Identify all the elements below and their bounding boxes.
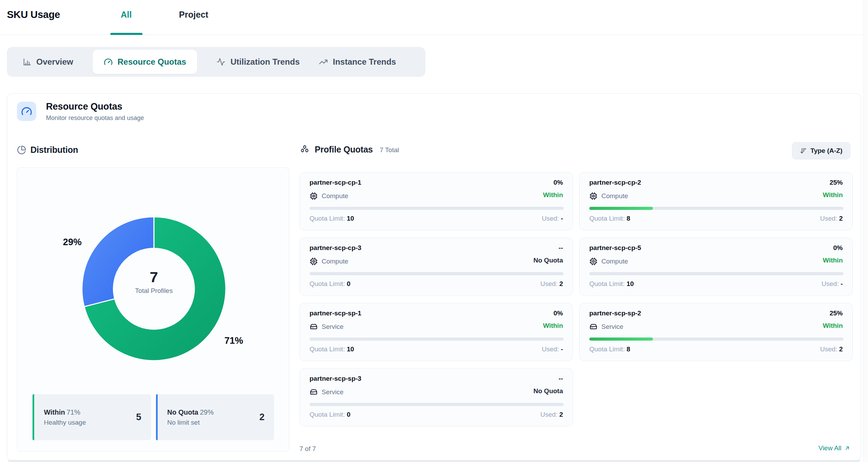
legend-no-quota: No Quota 29% No limit set 2: [156, 394, 275, 440]
quota-limit-label: Quota Limit:: [310, 280, 345, 287]
profile-quotas-total: 7 Total: [380, 146, 399, 154]
legend-count: 2: [259, 412, 265, 423]
profile-quota-card[interactable]: partner-scp-cp-2 25% Compute Within Quot…: [579, 172, 853, 230]
scrollbar[interactable]: [864, 0, 868, 462]
slice-label-within: 71%: [213, 335, 255, 346]
page-title: SKU Usage: [7, 9, 60, 20]
hard-drive-icon: [589, 323, 598, 331]
card-subtitle: Monitor resource quotas and usage: [46, 114, 144, 122]
usage-percent: 0%: [554, 309, 563, 317]
usage-progress-bar: [310, 338, 564, 341]
donut-slice-no-quota: [82, 217, 154, 307]
status-badge: Within: [543, 191, 563, 199]
quota-limit-label: Quota Limit:: [589, 280, 625, 287]
cpu-icon: [589, 257, 598, 266]
used-value: -: [841, 280, 843, 287]
profile-quota-card[interactable]: partner-scp-sp-2 25% Service Within Quot…: [579, 303, 853, 361]
used-label: Used:: [820, 215, 838, 222]
slice-label-no-quota: 29%: [52, 237, 93, 248]
resource-type-label: Service: [322, 388, 343, 396]
usage-percent: --: [558, 244, 563, 252]
tab-resource-quotas-label: Resource Quotas: [118, 57, 186, 67]
profile-quota-card[interactable]: partner-scp-sp-3 -- Service No Quota Quo…: [299, 368, 573, 426]
usage-progress-bar: [589, 338, 843, 341]
usage-percent: 0%: [554, 179, 563, 186]
legend-description: No limit set: [167, 419, 214, 426]
usage-percent: --: [558, 375, 563, 382]
quota-limit-value: 10: [347, 345, 354, 353]
resource-type-label: Service: [322, 323, 343, 331]
resource-quotas-card: Resource Quotas Monitor resource quotas …: [7, 93, 861, 461]
profile-quota-card[interactable]: partner-scp-cp-1 0% Compute Within Quota…: [299, 172, 573, 230]
bar-chart-icon: [22, 57, 31, 66]
profile-name: partner-scp-sp-1: [310, 309, 361, 317]
quota-limit-value: 10: [627, 280, 634, 287]
used-value: -: [561, 215, 563, 222]
view-switcher-bar: Overview Resource Quotas Utilization Tre…: [7, 47, 425, 77]
used-value: 2: [559, 280, 563, 287]
profile-name: partner-scp-cp-3: [310, 244, 361, 252]
legend-label: Within: [44, 408, 65, 416]
distribution-legend: Within 71% Healthy usage 5 No Quota 29% …: [33, 394, 274, 440]
distribution-title: Distribution: [30, 145, 78, 155]
status-badge: Within: [823, 257, 843, 264]
used-value: 2: [839, 215, 843, 222]
status-badge: No Quota: [534, 387, 563, 395]
card-title: Resource Quotas: [46, 101, 122, 112]
quota-limit-label: Quota Limit:: [310, 411, 345, 418]
tab-resource-quotas[interactable]: Resource Quotas: [93, 50, 197, 74]
quota-limit-label: Quota Limit:: [310, 215, 345, 222]
cpu-icon: [310, 192, 318, 200]
used-value: 2: [559, 411, 563, 418]
profile-name: partner-scp-cp-1: [310, 179, 361, 186]
usage-percent: 25%: [830, 179, 843, 186]
legend-description: Healthy usage: [44, 419, 86, 426]
usage-percent: 25%: [830, 309, 843, 317]
active-tab-underline: [110, 33, 142, 35]
trending-up-icon: [319, 57, 328, 66]
tab-utilization-trends[interactable]: Utilization Trends: [216, 57, 299, 67]
legend-percent: 29%: [200, 408, 214, 416]
status-badge: No Quota: [534, 257, 563, 264]
tab-instance-trends[interactable]: Instance Trends: [319, 57, 396, 67]
status-badge: Within: [823, 322, 843, 330]
results-count: 7 of 7: [299, 445, 316, 453]
resource-type-label: Service: [601, 323, 623, 331]
profile-name: partner-scp-cp-5: [589, 244, 641, 252]
profile-quota-card[interactable]: partner-scp-sp-1 0% Service Within Quota…: [299, 303, 573, 361]
gauge-icon: [104, 57, 113, 66]
used-label: Used:: [820, 345, 838, 353]
used-label: Used:: [541, 280, 558, 287]
profile-quota-card[interactable]: partner-scp-cp-5 0% Compute Within Quota…: [579, 238, 853, 296]
top-header: SKU Usage All Project: [0, 0, 868, 35]
tab-all[interactable]: All: [104, 10, 149, 20]
legend-percent: 71%: [66, 408, 80, 416]
card-bottom-edge: [8, 460, 860, 462]
used-label: Used:: [541, 411, 558, 418]
view-all-link[interactable]: View All: [819, 444, 850, 452]
resource-type-label: Compute: [322, 192, 348, 200]
status-badge: Within: [823, 191, 843, 199]
view-all-label: View All: [819, 444, 841, 452]
hard-drive-icon: [310, 388, 318, 396]
legend-count: 5: [136, 412, 141, 423]
usage-progress-bar: [310, 207, 564, 210]
distribution-header: Distribution: [17, 145, 78, 155]
profile-name: partner-scp-sp-3: [310, 375, 361, 382]
legend-label: No Quota: [167, 408, 198, 416]
tab-overview[interactable]: Overview: [22, 57, 73, 67]
tab-project[interactable]: Project: [171, 10, 216, 20]
sort-type-button[interactable]: Type (A-Z): [792, 142, 850, 159]
resource-type-label: Compute: [322, 258, 348, 265]
profile-quota-card[interactable]: partner-scp-cp-3 -- Compute No Quota Quo…: [299, 238, 573, 296]
arrow-up-right-icon: [844, 445, 850, 451]
used-label: Used:: [542, 215, 559, 222]
quota-limit-label: Quota Limit:: [589, 215, 625, 222]
quota-limit-value: 0: [347, 411, 351, 418]
usage-progress-bar: [589, 207, 843, 210]
distribution-donut-chart: [81, 216, 227, 361]
used-label: Used:: [542, 345, 559, 353]
boxes-icon: [299, 144, 310, 155]
tab-utilization-trends-label: Utilization Trends: [230, 57, 299, 67]
sort-button-label: Type (A-Z): [810, 147, 842, 155]
